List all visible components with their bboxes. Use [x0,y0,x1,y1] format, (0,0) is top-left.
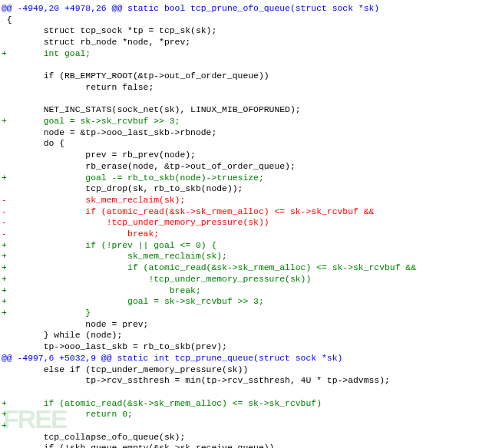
diff-line: + break; [2,286,201,295]
diff-line: tp->rcv_ssthresh = min(tp->rcv_ssthresh,… [2,376,390,385]
diff-line: return false; [2,83,154,92]
diff-line: + if (atomic_read(&sk->sk_rmem_alloc) <=… [2,399,322,408]
diff-line: } while (node); [2,331,122,340]
diff-line: + goal -= rb_to_skb(node)->truesize; [2,173,264,183]
diff-line: do { [2,139,64,148]
diff-line: tcp_drop(sk, rb_to_skb(node)); [2,184,243,193]
diff-line: if (RB_EMPTY_ROOT(&tp->out_of_order_queu… [2,71,269,81]
diff-line: + [2,421,7,430]
diff-line: tp->ooo_last_skb = rb_to_skb(prev); [2,342,227,351]
diff-line: - if (atomic_read(&sk->sk_rmem_alloc) <=… [2,207,374,216]
diff-line: struct tcp_sock *tp = tcp_sk(sk); [2,26,216,35]
diff-line: @@ -4949,20 +4978,26 @@ static bool tcp_… [2,4,379,13]
diff-line: - sk_mem_reclaim(sk); [2,196,185,205]
diff-line: - break; [2,229,159,239]
diff-line: else if (tcp_under_memory_pressure(sk)) [2,365,248,374]
diff-line: + goal = sk->sk_rcvbuf >> 3; [2,297,264,306]
diff-line: prev = rb_prev(node); [2,150,196,160]
diff-line: @@ -4997,6 +5032,9 @@ static int tcp_pru… [2,354,342,363]
diff-line: + } [2,308,91,318]
diff-line: + sk_mem_reclaim(sk); [2,252,227,261]
diff-line: - !tcp_under_memory_pressure(sk)) [2,218,269,227]
diff-line: rb_erase(node, &tp->out_of_order_queue); [2,162,296,171]
diff-line: if (!skb_queue_empty(&sk->sk_receive_que… [2,443,274,448]
diff-container: FREE @@ -4949,20 +4978,26 @@ static bool… [0,0,479,448]
diff-line: node = prev; [2,320,148,329]
diff-line: + int goal; [2,49,91,58]
diff-line: struct rb_node *node, *prev; [2,38,190,47]
diff-line: + if (atomic_read(&sk->sk_rmem_alloc) <=… [2,263,416,272]
diff-line: tcp_collapse_ofo_queue(sk); [2,433,185,442]
diff-line: + goal = sk->sk_rcvbuf >> 3; [2,117,180,126]
diff-line: + return 0; [2,410,133,419]
diff-line: NET_INC_STATS(sock_net(sk), LINUX_MIB_OF… [2,105,301,114]
diff-block: @@ -4949,20 +4978,26 @@ static bool tcp_… [0,0,479,448]
diff-line: + if (!prev || goal <= 0) { [2,241,216,250]
diff-line: + !tcp_under_memory_pressure(sk)) [2,275,311,284]
diff-line: node = &tp->ooo_last_skb->rbnode; [2,128,216,137]
diff-line: { [2,15,12,25]
